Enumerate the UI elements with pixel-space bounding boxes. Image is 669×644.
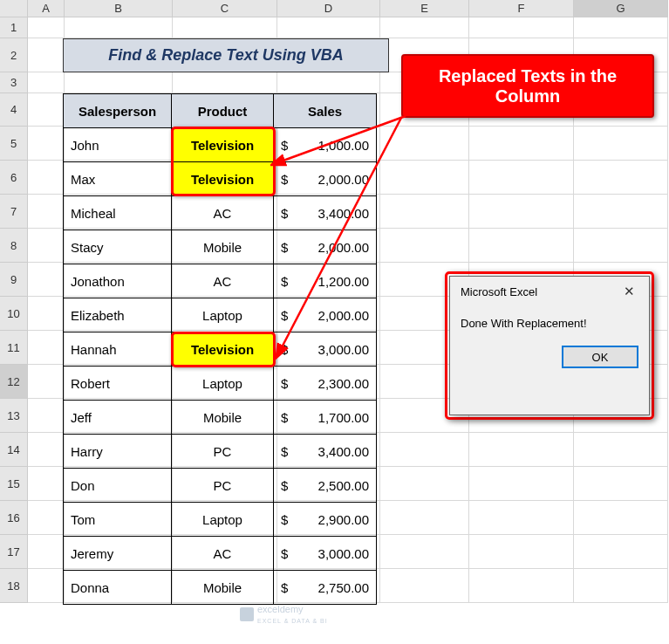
header-product: Product	[172, 94, 274, 128]
title-cell: Find & Replace Text Using VBA	[63, 38, 389, 72]
row-header-3[interactable]: 3	[0, 72, 28, 93]
row-header-16[interactable]: 16	[0, 501, 28, 535]
table-row: ElizabethLaptop$2,000.00	[64, 298, 377, 332]
cell-sales[interactable]: $2,900.00	[274, 503, 377, 537]
cell-product[interactable]: Television	[172, 128, 274, 162]
cell-sales[interactable]: $3,400.00	[274, 196, 377, 230]
ok-button[interactable]: OK	[562, 346, 638, 368]
header-salesperson: Salesperson	[64, 94, 172, 128]
col-header-G[interactable]: G	[574, 0, 668, 17]
table-row: HannahTelevision$3,000.00	[64, 332, 377, 367]
select-all-corner[interactable]	[0, 0, 28, 17]
cell-salesperson[interactable]: Jeremy	[64, 537, 172, 571]
watermark-logo-icon	[240, 607, 254, 621]
cell-sales[interactable]: $1,000.00	[274, 128, 377, 162]
cell-salesperson[interactable]: Harry	[64, 435, 172, 469]
cell-sales[interactable]: $1,700.00	[274, 401, 377, 435]
row-header-12[interactable]: 12	[0, 365, 28, 399]
col-header-F[interactable]: F	[469, 0, 574, 17]
row-header-10[interactable]: 10	[0, 297, 28, 331]
cell-product[interactable]: Laptop	[172, 367, 274, 401]
cell-product[interactable]: Television	[172, 162, 274, 196]
cell-sales[interactable]: $2,000.00	[274, 298, 377, 332]
row-header-15[interactable]: 15	[0, 467, 28, 501]
col-header-D[interactable]: D	[277, 0, 380, 17]
close-icon[interactable]: ✕	[618, 284, 640, 299]
table-row: JonathonAC$1,200.00	[64, 264, 377, 298]
table-row: JohnTelevision$1,000.00	[64, 128, 377, 162]
message-box: Microsoft Excel ✕ Done With Replacement!…	[449, 276, 650, 415]
msgbox-body: Done With Replacement!	[450, 303, 649, 339]
col-header-E[interactable]: E	[380, 0, 469, 17]
watermark-tag: EXCEL & DATA & BI	[257, 618, 328, 624]
cell-product[interactable]: Mobile	[172, 401, 274, 435]
cell-salesperson[interactable]: John	[64, 128, 172, 162]
header-sales: Sales	[274, 94, 377, 128]
cell-sales[interactable]: $2,300.00	[274, 367, 377, 401]
cell-product[interactable]: Laptop	[172, 503, 274, 537]
row-header-14[interactable]: 14	[0, 433, 28, 467]
row-header-17[interactable]: 17	[0, 535, 28, 569]
cell-salesperson[interactable]: Robert	[64, 367, 172, 401]
cell-salesperson[interactable]: Donna	[64, 571, 172, 605]
row-header-2[interactable]: 2	[0, 38, 28, 72]
cell-sales[interactable]: $3,000.00	[274, 332, 377, 367]
row-header-18[interactable]: 18	[0, 569, 28, 603]
data-table: Salesperson Product Sales JohnTelevision…	[63, 93, 377, 605]
row-header-5[interactable]: 5	[0, 127, 28, 161]
col-header-A[interactable]: A	[28, 0, 65, 17]
cell-sales[interactable]: $3,400.00	[274, 435, 377, 469]
msgbox-title: Microsoft Excel	[461, 285, 537, 298]
cell-salesperson[interactable]: Elizabeth	[64, 298, 172, 332]
table-row: MaxTelevision$2,000.00	[64, 162, 377, 196]
cell-salesperson[interactable]: Max	[64, 162, 172, 196]
worksheet: ABCDEFG 123456789101112131415161718 Find…	[0, 0, 669, 644]
cell-product[interactable]: Mobile	[172, 230, 274, 264]
cell-sales[interactable]: $2,000.00	[274, 162, 377, 196]
cell-salesperson[interactable]: Jeff	[64, 401, 172, 435]
table-row: StacyMobile$2,000.00	[64, 230, 377, 264]
cell-product[interactable]: Television	[172, 332, 274, 367]
row-header-4[interactable]: 4	[0, 93, 28, 127]
cell-salesperson[interactable]: Jonathon	[64, 264, 172, 298]
cell-salesperson[interactable]: Don	[64, 469, 172, 503]
watermark: exceldemy EXCEL & DATA & BI	[240, 604, 328, 625]
table-row: JeremyAC$3,000.00	[64, 537, 377, 571]
cell-product[interactable]: PC	[172, 435, 274, 469]
row-header-13[interactable]: 13	[0, 399, 28, 433]
cell-product[interactable]: PC	[172, 469, 274, 503]
row-header-9[interactable]: 9	[0, 263, 28, 297]
cell-sales[interactable]: $2,000.00	[274, 230, 377, 264]
table-row: HarryPC$3,400.00	[64, 435, 377, 469]
cell-salesperson[interactable]: Stacy	[64, 230, 172, 264]
cell-salesperson[interactable]: Micheal	[64, 196, 172, 230]
row-header-11[interactable]: 11	[0, 331, 28, 365]
row-header-8[interactable]: 8	[0, 229, 28, 263]
cell-sales[interactable]: $3,000.00	[274, 537, 377, 571]
row-header-1[interactable]: 1	[0, 17, 28, 38]
table-row: DonPC$2,500.00	[64, 469, 377, 503]
row-header-6[interactable]: 6	[0, 161, 28, 195]
watermark-brand: exceldemy	[257, 604, 304, 614]
row-header-7[interactable]: 7	[0, 195, 28, 229]
cell-product[interactable]: AC	[172, 264, 274, 298]
cell-product[interactable]: Mobile	[172, 571, 274, 605]
cell-sales[interactable]: $1,200.00	[274, 264, 377, 298]
cell-product[interactable]: AC	[172, 196, 274, 230]
table-row: DonnaMobile$2,750.00	[64, 571, 377, 605]
col-header-B[interactable]: B	[65, 0, 173, 17]
cell-product[interactable]: Laptop	[172, 298, 274, 332]
cell-sales[interactable]: $2,750.00	[274, 571, 377, 605]
table-row: RobertLaptop$2,300.00	[64, 367, 377, 401]
col-header-C[interactable]: C	[173, 0, 277, 17]
cell-salesperson[interactable]: Hannah	[64, 332, 172, 367]
annotation-callout: Replaced Texts in the Column	[401, 54, 654, 118]
cell-salesperson[interactable]: Tom	[64, 503, 172, 537]
table-row: MichealAC$3,400.00	[64, 196, 377, 230]
cell-sales[interactable]: $2,500.00	[274, 469, 377, 503]
row-headers: 123456789101112131415161718	[0, 17, 28, 603]
table-row: JeffMobile$1,700.00	[64, 401, 377, 435]
column-headers: ABCDEFG	[0, 0, 668, 17]
cell-product[interactable]: AC	[172, 537, 274, 571]
table-row: TomLaptop$2,900.00	[64, 503, 377, 537]
